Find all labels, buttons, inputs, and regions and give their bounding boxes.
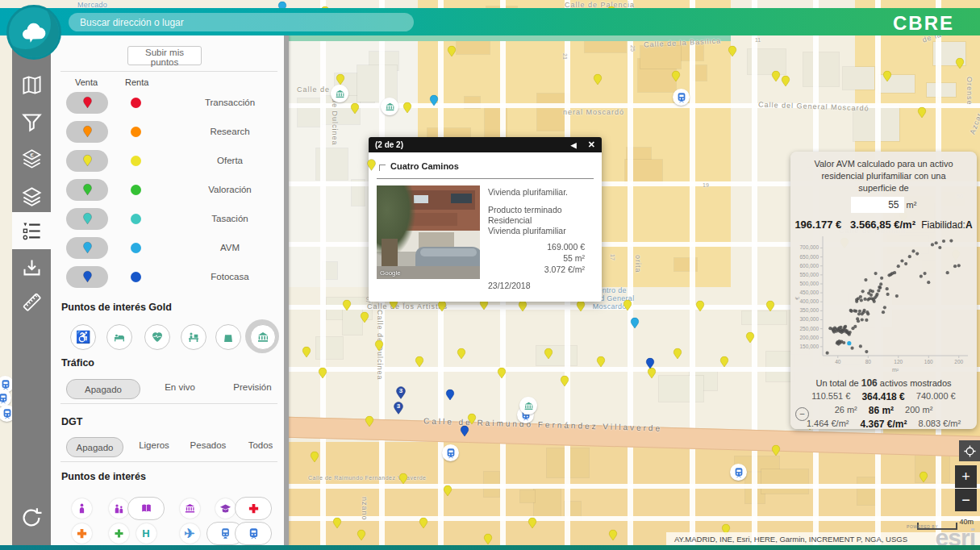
venta-toggle-transacción[interactable] — [66, 92, 108, 114]
map-pin[interactable] — [482, 532, 494, 546]
venta-toggle-valoración[interactable] — [66, 179, 108, 201]
map-pin[interactable] — [496, 366, 507, 380]
map-pin[interactable] — [622, 298, 633, 312]
map-pin[interactable] — [672, 347, 683, 360]
map-pin[interactable] — [373, 339, 385, 352]
renta-toggle-oferta[interactable] — [131, 156, 141, 166]
sidebar-item-layers-euro[interactable] — [12, 140, 51, 177]
dgt-option-apagado[interactable]: Apagado — [66, 437, 123, 457]
map-pin[interactable] — [592, 73, 603, 86]
poi-person-button[interactable] — [62, 497, 101, 519]
map-pin[interactable] — [356, 528, 367, 542]
renta-toggle-avm[interactable] — [131, 243, 141, 253]
trafico-option-previsión[interactable]: Previsión — [224, 382, 281, 392]
map-pin[interactable] — [459, 424, 470, 438]
poi-cross-button[interactable] — [234, 497, 273, 519]
sidebar-item-ruler[interactable] — [12, 283, 51, 320]
poi-metro-button[interactable] — [234, 522, 273, 544]
sidebar-item-layers[interactable] — [12, 177, 51, 215]
map-pin[interactable] — [719, 355, 730, 369]
map-pin[interactable] — [765, 299, 776, 313]
dgt-option-pesados[interactable]: Pesados — [184, 440, 232, 450]
map-pin[interactable] — [644, 356, 656, 370]
renta-toggle-valoración[interactable] — [131, 185, 141, 195]
collapse-panel-button[interactable]: – — [795, 407, 809, 421]
renta-toggle-fotocasa[interactable] — [131, 272, 141, 282]
map-pin[interactable] — [442, 484, 453, 498]
map-pin[interactable] — [332, 516, 343, 530]
sidebar-item-map[interactable] — [12, 66, 51, 103]
sidebar-item-filter[interactable] — [12, 103, 51, 140]
search-input[interactable] — [69, 13, 414, 31]
map-pin[interactable] — [317, 366, 328, 380]
map-pin[interactable] — [414, 355, 425, 369]
map-cluster-pin[interactable]: 3 — [394, 385, 407, 401]
avm-surface-input[interactable] — [851, 197, 904, 213]
map-pin[interactable] — [418, 516, 429, 530]
sidebar-item-legend[interactable] — [12, 212, 51, 249]
map-pin[interactable] — [309, 450, 320, 464]
gold-poi-wheelchair-button[interactable]: ♿ — [70, 324, 96, 350]
renta-toggle-tasación[interactable] — [131, 214, 141, 224]
trafico-option-apagado[interactable]: Apagado — [66, 379, 140, 399]
map-pin[interactable] — [882, 69, 893, 83]
map-pin[interactable] — [428, 94, 440, 107]
renta-toggle-research[interactable] — [131, 127, 141, 137]
map-pin[interactable] — [595, 355, 607, 369]
map-pin[interactable] — [559, 374, 570, 388]
sidebar-item-download[interactable] — [12, 249, 51, 286]
map-pin[interactable] — [335, 73, 346, 86]
map-pin[interactable] — [954, 56, 965, 70]
venta-toggle-avm[interactable] — [66, 237, 108, 259]
map-pin[interactable] — [629, 316, 640, 330]
locate-button[interactable] — [959, 440, 980, 461]
dgt-option-todos[interactable]: Todos — [240, 440, 281, 450]
map-pin[interactable] — [359, 310, 370, 324]
poi-cross-button[interactable] — [62, 522, 101, 544]
map-pin[interactable] — [918, 470, 929, 484]
zoom-in-button[interactable]: + — [955, 465, 977, 488]
map-pin[interactable] — [727, 44, 738, 58]
poi-letter-h-button[interactable]: H — [127, 522, 165, 544]
map-pin[interactable] — [670, 69, 682, 83]
map-pin[interactable] — [527, 516, 538, 530]
gold-poi-workplace-button[interactable] — [181, 324, 206, 350]
poi-book-button[interactable] — [127, 497, 165, 519]
venta-toggle-research[interactable] — [66, 121, 108, 143]
map-pin[interactable] — [607, 528, 619, 542]
map-pin[interactable] — [744, 331, 756, 344]
map-pin[interactable] — [770, 444, 782, 457]
trafico-option-en-vivo[interactable]: En vivo — [152, 382, 208, 392]
venta-toggle-oferta[interactable] — [66, 150, 108, 172]
map-pin[interactable] — [694, 299, 706, 313]
venta-toggle-fotocasa[interactable] — [66, 266, 108, 288]
gold-poi-bed-button[interactable] — [106, 324, 132, 350]
map-pin[interactable] — [444, 388, 456, 402]
app-logo[interactable] — [6, 5, 61, 60]
map-pin[interactable] — [349, 102, 361, 115]
map-pin[interactable] — [446, 44, 457, 58]
venta-toggle-tasación[interactable] — [66, 208, 108, 230]
map-pin[interactable] — [364, 415, 375, 428]
map-pin[interactable] — [916, 106, 928, 119]
map-cluster-pin[interactable]: 3 — [392, 400, 405, 416]
panel-scrollbar[interactable] — [284, 35, 289, 545]
poi-museum-button[interactable] — [170, 497, 209, 519]
map-pin[interactable] — [402, 101, 413, 115]
map-pin[interactable] — [543, 347, 554, 360]
gold-poi-shopping-bag-button[interactable] — [215, 324, 241, 350]
refresh-button[interactable] — [12, 502, 51, 534]
map-pin[interactable] — [780, 74, 791, 88]
poi-plane-button[interactable]: ✈ — [170, 522, 209, 544]
map-pin[interactable] — [398, 472, 409, 485]
popup-prev-button[interactable]: ◀ — [571, 141, 577, 149]
map-pin[interactable] — [456, 347, 467, 360]
gold-poi-heart-pulse-button[interactable] — [144, 324, 170, 350]
upload-points-button[interactable]: Subir mis puntos — [127, 46, 202, 65]
renta-toggle-transacción[interactable] — [131, 98, 141, 108]
popup-close-button[interactable]: ✕ — [588, 140, 595, 150]
gold-poi-bank-button[interactable] — [250, 324, 276, 350]
map-pin[interactable] — [341, 298, 352, 312]
zoom-out-button[interactable]: − — [955, 489, 977, 511]
dgt-option-ligeros[interactable]: Ligeros — [130, 440, 178, 450]
